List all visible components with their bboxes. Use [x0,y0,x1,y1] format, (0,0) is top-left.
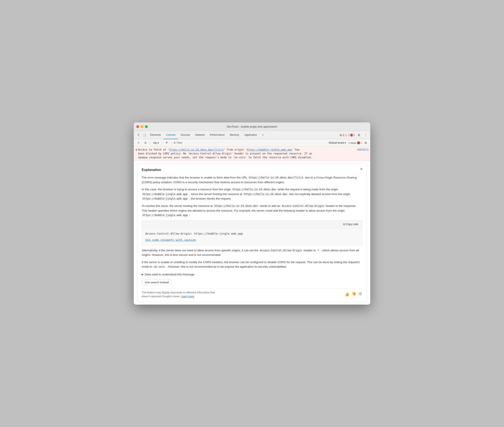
issues-text: 1 Issue: [348,142,357,144]
tab-elements[interactable]: Elements [148,131,163,139]
explanation-panel: Explanation ✕ The error message indicate… [137,163,367,302]
explanation-para-1: The error message indicates that the bro… [142,175,362,184]
para3-1: To resolve this issue, the server hostin… [142,204,213,207]
url4-code: https://hello-io-24.deno.dev [243,192,288,196]
default-levels-arrow: ▾ [345,141,346,144]
tab-bar-right: ⊗ 2 ⚠ 1 ! 1 ⚙ ⋮ [339,132,369,138]
explanation-para-2: In this case, the browser is trying to a… [142,187,362,201]
disclaimer-text: This feature may display inaccurate or o… [142,291,223,298]
thumbs-up-icon[interactable]: 👍 [345,291,349,297]
para1-text: The error message indicates that the bro… [142,176,247,179]
tab-memory[interactable]: Memory [227,131,242,139]
default-levels-selector[interactable]: Default levels ▾ [327,141,347,145]
issues-badge: 1 Issue: ! 1 [348,142,362,144]
context-arrow: ▾ [158,141,159,144]
para4-2: header to [304,249,316,252]
inspect-icon[interactable]: ⠿ [135,132,142,138]
context-label: top [153,141,157,144]
explanation-para-4: Alternatively, if the server does not ne… [142,248,362,257]
explanation-para-5: If the server is unable or unwilling to … [142,260,362,269]
use-search-button[interactable]: Use search instead [142,279,172,285]
devtools-tab-bar: ⠿ ⬜ Elements Console Sources Network Per… [134,131,370,139]
default-levels-label: Default levels [329,141,344,144]
data-used-toggle[interactable]: ▶ Data used to understand this message [142,272,362,277]
copy-code-button[interactable]: ⧉ Copy code [341,222,360,227]
sidebar-toggle-icon[interactable]: ≡ [135,140,142,146]
disclaimer: This feature may display inaccurate or o… [142,288,362,298]
disclaimer-prefix: This feature may display inaccurate or o… [142,291,215,298]
code-block: ⧉ Copy code Access-Control-Allow-Origin:… [142,220,362,245]
tab-console[interactable]: Console [163,131,178,139]
error-text-block: Access to fetch at 'https://hello-io-24.… [138,148,356,159]
url1-code: https://hello-io-24.deno.dev/?lvl=1 [248,176,304,179]
toolbar-right: Default levels ▾ 1 Issue: ! 1 ⚙ [327,140,369,146]
devtools-window: DevTools - bubble-jingle.web.app/search … [134,122,370,304]
feedback-icons: 👍 👎 ⏱ [345,291,362,297]
tab-sources[interactable]: Sources [178,131,193,139]
url5-code: https://bubble-jingle.web.app [142,197,189,200]
thumbs-down-icon[interactable]: 👎 [352,291,356,297]
para2-5: , the browser blocks the request. [189,197,231,200]
code-content: Access-Control-Allow-Origin: https://bub… [145,232,359,236]
maximize-button[interactable] [145,125,148,128]
execution-context-selector[interactable]: top ▾ [152,141,160,145]
learn-more-link[interactable]: Learn more [181,295,194,298]
titlebar: DevTools - bubble-jingle.web.app/search [134,122,370,131]
data-used-label: Data used to understand this message [145,272,194,277]
para2-1: In this case, the browser is trying to a… [142,188,231,191]
para3-2: needs to add an [260,204,280,207]
tab-network[interactable]: Network [193,131,207,139]
console-settings-icon[interactable]: ⚙ [363,140,369,146]
filter-area: ⚙ Filter [173,141,327,144]
minimize-button[interactable] [141,125,143,128]
triangle-icon: ▶ [142,273,143,276]
copy-icon: ⧉ [343,222,345,226]
error-source-link[interactable]: search:1 [357,148,369,151]
para4-1: Alternatively, if the server does not ne… [142,249,258,252]
url6-code: https://hello-io-24.deno.dev [213,204,259,208]
use-search-container: Use search instead [142,279,362,285]
error-circle-icon: ⊗ [135,148,137,152]
explanation-title: Explanation [142,167,362,173]
url3-code: https://bubble-jingle.web.app [142,192,189,196]
explanation-para-3: To resolve this issue, the server hostin… [142,204,362,218]
tab-application[interactable]: Application [242,131,260,139]
para2-4: has not explicitly allowed access from t… [289,192,350,196]
toolbar-separator-2 [162,141,162,145]
console-area: ⊗ Access to fetch at 'https://hello-io-2… [134,146,370,304]
code4-inline: no-cors [153,265,166,268]
warning-icon: ⚠ [345,133,348,137]
error-prefix: Access to fetch at ' [138,148,169,151]
eye-icon[interactable]: 👁 [164,140,170,146]
para5-2: . However, this is not recommended as it… [166,265,287,268]
more-options-icon[interactable]: ⋮ [363,132,369,138]
window-title: DevTools - bubble-jingle.web.app/search [227,125,277,128]
error-count: 2 [343,134,344,137]
issue-count: 1 [353,134,355,137]
para2-2: while the request is being made from the… [278,188,338,191]
filter-icon: ⚙ [173,141,176,144]
error-origin-url[interactable]: https://bubble-jingle.web.app [247,148,292,151]
para2-3: . Since the server hosting the resource … [189,192,242,196]
issue-icon: ! [350,134,353,136]
error-badge: ⊗ 2 ⚠ 1 ! 1 [339,133,355,137]
warning-count: 1 [348,134,350,137]
tab-performance[interactable]: Performance [207,131,227,139]
device-toolbar-icon[interactable]: ⬜ [142,132,148,138]
caution-link[interactable]: Use code snippets with caution [145,238,196,241]
code-block-header: ⧉ Copy code [142,220,362,229]
url2-code: https://hello-io-24.deno.dev [232,188,277,191]
tab-more[interactable]: » [260,131,266,139]
close-button[interactable] [136,125,139,128]
error-mid: ' from origin ' [224,148,247,151]
console-toolbar: ≡ ⊘ top ▾ 👁 ⚙ Filter Default levels ▾ 1 … [134,139,370,146]
error-fetch-url[interactable]: https://hello-io-24.deno.dev/?lvl=1 [169,148,224,151]
explanation-close-button[interactable]: ✕ [359,167,364,171]
filter-label: Filter [177,141,182,144]
error-icon: ⊗ [339,133,342,137]
flag-icon[interactable]: ⏱ [358,291,362,297]
traffic-lights [136,125,148,128]
settings-icon[interactable]: ⚙ [356,132,362,138]
toolbar-separator-3 [172,141,172,145]
clear-console-icon[interactable]: ⊘ [142,140,148,146]
